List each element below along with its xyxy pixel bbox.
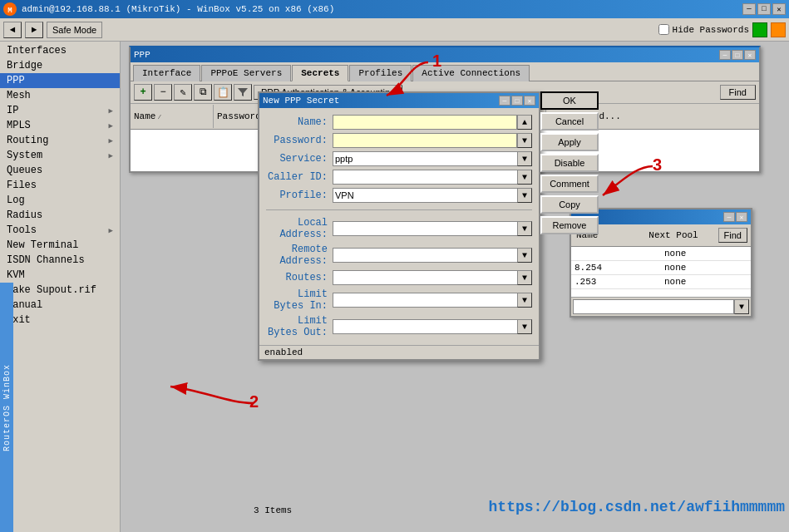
caller-id-input[interactable] [333,170,517,185]
service-dropdown-arrow[interactable]: ▼ [517,151,532,166]
forward-button[interactable]: ► [25,22,43,38]
sidebar-item-files[interactable]: Files [0,178,120,193]
routes-arrow[interactable]: ▼ [517,270,532,285]
sidebar-item-make-supout[interactable]: Make Supout.rif [0,283,120,298]
sidebar-item-manual[interactable]: Manual [0,298,120,313]
ppp-close-button[interactable]: ✕ [744,50,756,60]
remote-address-input[interactable] [333,248,517,263]
routes-row: Routes: ▼ [266,270,532,285]
limit-bytes-out-dropdown: ▼ [333,319,532,334]
sidebar-label-radius: Radius [7,209,42,221]
hide-passwords-container: Hide Passwords [658,22,786,37]
sidebar-item-ppp[interactable]: PPP [0,73,120,88]
inner-close-button[interactable]: ✕ [736,212,747,222]
sidebar-item-exit[interactable]: Exit [0,313,120,328]
add-button[interactable]: + [134,84,152,101]
maximize-button[interactable]: □ [757,3,771,15]
tab-interface[interactable]: Interface [133,65,200,81]
profile-row: Profile: ▼ [266,188,532,203]
profile-input[interactable] [333,188,517,203]
sidebar-item-mesh[interactable]: Mesh [0,88,120,103]
profile-dropdown-arrow[interactable]: ▼ [517,188,532,203]
service-label: Service: [266,153,333,165]
find-button[interactable]: Find [720,85,756,100]
minimize-button[interactable]: ─ [742,3,756,15]
apply-button[interactable]: Apply [540,133,599,151]
name-scroll-arrow[interactable]: ▲ [517,115,532,130]
remove-button[interactable]: − [154,84,172,101]
inner-table-row: 8.254 none [571,261,751,275]
ppp-minimize-button[interactable]: ─ [719,50,731,60]
caller-id-dropdown-arrow[interactable]: ▼ [517,170,532,185]
copy-tool-button[interactable]: ⧉ [194,84,212,101]
close-button[interactable]: ✕ [772,3,786,15]
copy-button[interactable]: Copy [540,195,599,214]
limit-bytes-in-dropdown: ▼ [333,293,532,308]
ppp-maximize-button[interactable]: □ [732,50,743,60]
filter-button[interactable] [234,84,252,101]
service-dropdown: ▼ [333,151,532,166]
sidebar-item-new-terminal[interactable]: New Terminal [0,238,120,253]
local-address-arrow[interactable]: ▼ [517,221,532,236]
name-row: Name: ▲ [266,115,532,130]
sidebar-item-routing[interactable]: Routing ▶ [0,133,120,148]
local-address-dropdown: ▼ [333,221,532,236]
sidebar-item-bridge[interactable]: Bridge [0,58,120,73]
remove-button[interactable]: Remove [540,216,599,234]
safe-mode-button[interactable]: Safe Mode [47,22,102,38]
watermark-url: https://blog.csdn.net/awfiihmmmmm [241,499,789,515]
cancel-button[interactable]: Cancel [540,112,599,131]
remote-address-arrow[interactable]: ▼ [517,248,532,263]
local-address-input[interactable] [333,221,517,236]
routes-dropdown: ▼ [333,270,532,285]
tab-secrets[interactable]: Secrets [292,65,348,81]
password-input[interactable] [333,133,517,148]
back-button[interactable]: ◄ [3,22,22,38]
sidebar-item-queues[interactable]: Queues [0,163,120,178]
vertical-label: RouterOS WinBox [0,283,13,532]
profile-label: Profile: [266,190,333,201]
limit-bytes-in-input[interactable] [333,293,517,308]
comment-button[interactable]: Comment [540,175,599,193]
service-input[interactable] [333,151,517,166]
hide-passwords-label: Hide Passwords [673,25,749,35]
secret-dialog-minimize[interactable]: ─ [499,96,510,106]
inner-find-button[interactable]: Find [718,228,747,243]
password-row: Password: ▼ [266,133,532,148]
inner-select-input[interactable] [573,299,734,314]
limit-bytes-out-arrow[interactable]: ▼ [517,319,532,334]
th-name[interactable]: Name / [131,105,214,128]
ok-button[interactable]: OK [540,91,599,110]
sidebar-item-kvm[interactable]: KVM [0,268,120,283]
sidebar-item-system[interactable]: System ▶ [0,148,120,163]
paste-button[interactable]: 📋 [214,84,232,101]
name-input[interactable] [333,115,517,130]
tab-pppoe-servers[interactable]: PPPoE Servers [201,65,291,81]
hide-passwords-checkbox[interactable] [658,24,669,35]
inner-cell-pool-1: none [661,261,751,274]
sort-icon-name: / [157,113,161,121]
routes-input[interactable] [333,270,517,285]
limit-bytes-out-label: Limit Bytes Out: [266,315,333,338]
limit-bytes-out-input[interactable] [333,319,517,334]
password-scroll-arrow[interactable]: ▼ [517,133,532,148]
sidebar-item-ip[interactable]: IP ▶ [0,103,120,118]
sidebar-item-isdn[interactable]: ISDN Channels [0,253,120,268]
sidebar-item-tools[interactable]: Tools ▶ [0,223,120,238]
dialog-buttons-panel: OK Cancel Apply Disable Comment Copy Rem… [540,91,599,234]
inner-minimize-button[interactable]: ─ [723,212,735,222]
sidebar-item-radius[interactable]: Radius [0,208,120,223]
disable-button[interactable]: Disable [540,154,599,172]
inner-select-arrow[interactable]: ▼ [734,299,749,314]
tab-active-connections[interactable]: Active Connections [412,65,530,81]
secret-dialog-close[interactable]: ✕ [524,96,535,106]
edit-button[interactable]: ✎ [174,84,192,101]
secret-dialog-win-buttons: ─ □ ✕ [499,96,535,106]
sidebar-item-log[interactable]: Log [0,193,120,208]
svg-text:2: 2 [249,392,259,411]
limit-bytes-in-arrow[interactable]: ▼ [517,293,532,308]
tab-profiles[interactable]: Profiles [349,65,412,81]
secret-dialog-maximize[interactable]: □ [511,96,523,106]
sidebar-item-interfaces[interactable]: Interfaces [0,43,120,58]
sidebar-item-mpls[interactable]: MPLS ▶ [0,118,120,133]
